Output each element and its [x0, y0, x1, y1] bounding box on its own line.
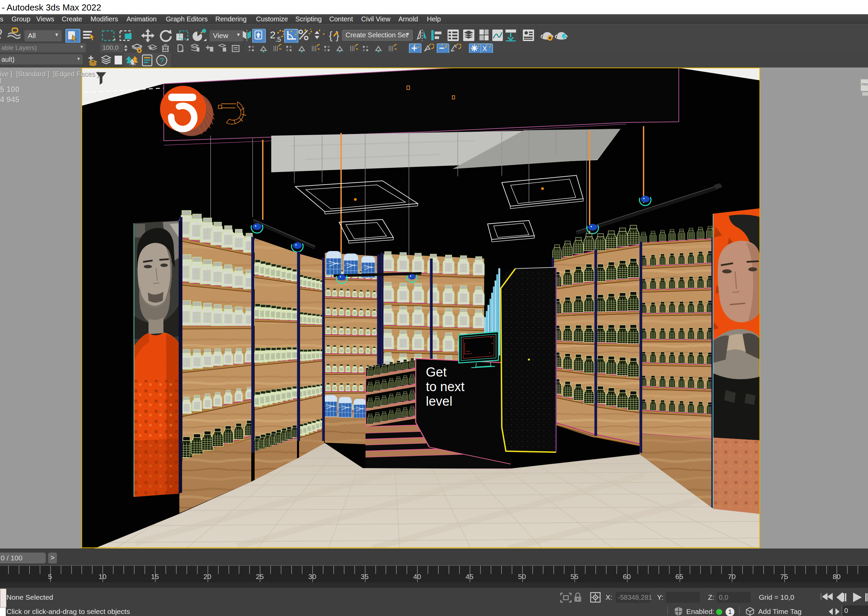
svg-text:.5: .5 [275, 36, 281, 43]
svg-text:{: { [329, 29, 333, 41]
svg-text:?: ? [160, 56, 164, 65]
svg-text:}: } [336, 29, 339, 41]
svg-text:to next: to next [426, 380, 465, 394]
svg-text:level: level [426, 394, 452, 409]
svg-text:Get: Get [426, 365, 447, 379]
svg-text:2: 2 [270, 29, 276, 40]
svg-text:X: X [483, 45, 487, 52]
